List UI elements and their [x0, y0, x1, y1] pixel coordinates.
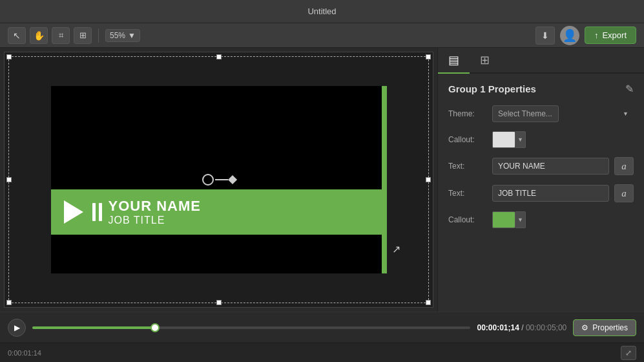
- text-1-label: Text:: [448, 162, 487, 171]
- hand-icon: ✋: [34, 30, 45, 41]
- callout-1-color-group: ▼: [492, 131, 526, 148]
- callout-1-row: Callout: ▼: [448, 131, 634, 148]
- current-time: 00:00:01;14: [477, 323, 519, 332]
- callout-2-row: Callout: ▼: [448, 211, 634, 228]
- text-2-label: Text:: [448, 189, 487, 198]
- job-title-text: JOB TITLE: [109, 215, 201, 226]
- canvas-cursor: ↗: [392, 243, 400, 255]
- font-1-icon: a: [621, 161, 627, 172]
- time-display: 00:00:01;14 / 00:00:05;00: [477, 323, 566, 332]
- theme-row: Theme: Select Theme...: [448, 105, 634, 122]
- bottom-bar: 0:00:01:14 ⤢: [0, 343, 644, 362]
- cursor-icon: ↖: [13, 30, 21, 41]
- export-icon: ↑: [594, 30, 599, 40]
- cursor-tool-button[interactable]: ↖: [8, 27, 26, 44]
- timeline-area: ▶ 00:00:01;14 / 00:00:05;00 ⚙ Properties: [0, 312, 644, 343]
- handle-middle-left[interactable]: [6, 177, 12, 182]
- motion-diamond: [227, 175, 236, 184]
- window-title: Untitled: [307, 6, 336, 16]
- download-icon: ⬇: [541, 30, 549, 41]
- handle-bottom-right[interactable]: [426, 300, 431, 305]
- callout-2-label: Callout:: [448, 215, 487, 224]
- panel-content: Group 1 Properties ✎ Theme: Select Theme…: [438, 74, 644, 312]
- theme-select-wrapper: Select Theme...: [492, 105, 634, 122]
- properties-label: Properties: [592, 323, 628, 332]
- panel-tabs: ▤ ⊞: [438, 48, 644, 74]
- callout-1-label: Callout:: [448, 135, 487, 144]
- side-bar-right: [382, 86, 387, 273]
- edit-icon-button[interactable]: ✎: [625, 83, 634, 95]
- toolbar: ↖ ✋ ⌗ ⊞ 55% ▼ ⬇ 👤 ↑ Export: [0, 23, 644, 48]
- handle-top-center[interactable]: [216, 54, 222, 59]
- tab-animation[interactable]: ⊞: [470, 48, 500, 74]
- callout-2-color-swatch[interactable]: [492, 211, 515, 228]
- time-separator: /: [521, 323, 523, 332]
- font-2-icon: a: [621, 188, 627, 199]
- text-2-row: Text: a: [448, 184, 634, 202]
- video-preview: YOUR NAME JOB TITLE: [51, 86, 387, 273]
- lower-third-bar: YOUR NAME JOB TITLE: [51, 189, 387, 235]
- text-2-font-button[interactable]: a: [614, 184, 634, 202]
- tab-properties[interactable]: ▤: [438, 48, 470, 74]
- properties-button[interactable]: ⚙ Properties: [573, 319, 636, 336]
- text-2-input[interactable]: [492, 185, 609, 202]
- expand-icon: ⤢: [625, 348, 632, 357]
- play-icon: ▶: [14, 323, 20, 332]
- transform-icon: ⊞: [79, 30, 87, 40]
- pause-lines: [92, 200, 102, 224]
- crop-tool-button[interactable]: ⌗: [52, 27, 70, 44]
- motion-circle: [202, 174, 214, 186]
- export-label: Export: [602, 30, 627, 40]
- toolbar-separator: [98, 28, 99, 43]
- crop-icon: ⌗: [59, 30, 63, 41]
- pause-line-1: [92, 203, 96, 221]
- zoom-dropdown-icon: ▼: [128, 31, 136, 40]
- gear-icon: ⚙: [581, 323, 588, 332]
- title-bar: Untitled: [0, 0, 644, 23]
- animation-tab-icon: ⊞: [480, 54, 490, 67]
- callout-2-color-dropdown[interactable]: ▼: [515, 211, 526, 228]
- timeline-progress: [32, 326, 155, 329]
- expand-button[interactable]: ⤢: [621, 346, 636, 360]
- transform-tool-button[interactable]: ⊞: [74, 27, 92, 44]
- toolbar-right: ⬇ 👤 ↑ Export: [535, 26, 636, 45]
- handle-top-right[interactable]: [426, 54, 431, 59]
- zoom-level: 55%: [110, 31, 125, 40]
- handle-top-left[interactable]: [6, 54, 12, 59]
- theme-select[interactable]: Select Theme...: [492, 105, 559, 122]
- callout-1-color-dropdown[interactable]: ▼: [515, 131, 526, 148]
- handle-bottom-left[interactable]: [6, 300, 12, 305]
- play-button[interactable]: ▶: [8, 319, 26, 337]
- hand-tool-button[interactable]: ✋: [30, 27, 48, 44]
- properties-tab-icon: ▤: [448, 54, 459, 67]
- motion-path: [202, 174, 236, 186]
- download-button[interactable]: ⬇: [535, 27, 555, 45]
- name-text-block: YOUR NAME JOB TITLE: [109, 198, 201, 226]
- avatar-placeholder: 👤: [563, 28, 577, 43]
- handle-middle-right[interactable]: [426, 177, 431, 182]
- total-time: 00:00:05;00: [526, 323, 566, 332]
- theme-label: Theme:: [448, 109, 487, 118]
- play-triangle-icon: [64, 200, 83, 224]
- handle-bottom-center[interactable]: [216, 300, 222, 305]
- zoom-control[interactable]: 55% ▼: [105, 29, 140, 42]
- callout-2-color-group: ▼: [492, 211, 526, 228]
- text-1-font-button[interactable]: a: [614, 157, 634, 175]
- your-name-text: YOUR NAME: [109, 198, 201, 215]
- export-button[interactable]: ↑ Export: [585, 27, 636, 44]
- callout-1-color-swatch[interactable]: [492, 131, 515, 148]
- panel-title: Group 1 Properties: [448, 83, 536, 94]
- pause-line-2: [99, 203, 102, 221]
- bottom-timestamp: 0:00:01:14: [8, 349, 41, 357]
- timeline-track[interactable]: [32, 326, 470, 329]
- panel-title-row: Group 1 Properties ✎: [448, 83, 634, 95]
- text-1-input[interactable]: [492, 158, 609, 175]
- avatar[interactable]: 👤: [560, 26, 579, 45]
- timeline-thumb[interactable]: [151, 323, 160, 332]
- text-1-row: Text: a: [448, 157, 634, 175]
- motion-line: [215, 179, 228, 180]
- right-panel: ▤ ⊞ Group 1 Properties ✎ Theme: Select T…: [437, 48, 644, 312]
- main-content: YOUR NAME JOB TITLE ↗ ▤ ⊞ Grou: [0, 48, 644, 312]
- canvas-area[interactable]: YOUR NAME JOB TITLE ↗: [4, 52, 433, 308]
